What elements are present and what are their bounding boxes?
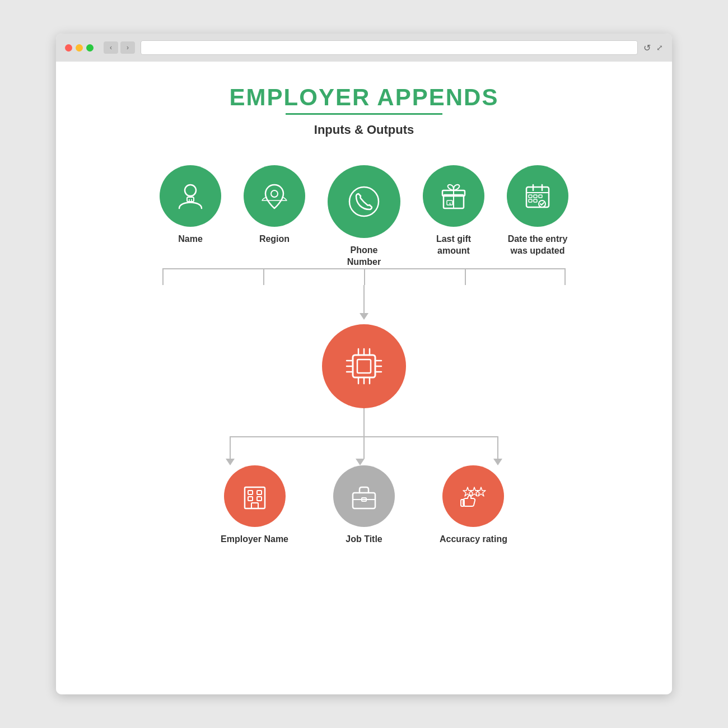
svg-rect-15	[529, 195, 532, 198]
browser-window: ‹ › ↺ ⤢ EMPLOYER APPENDS Inputs & Output…	[56, 34, 672, 694]
main-content: EMPLOYER APPENDS Inputs & Outputs Name	[56, 62, 672, 694]
bottom-connector	[224, 408, 504, 465]
building-icon	[238, 479, 272, 513]
chip-icon	[339, 341, 389, 391]
briefcase-icon	[347, 479, 381, 513]
svg-rect-19	[534, 199, 537, 202]
svg-rect-40	[251, 503, 258, 508]
svg-rect-16	[534, 195, 537, 198]
input-item-phone: PhoneNumber	[328, 165, 400, 268]
employer-label: Employer Name	[221, 534, 288, 545]
address-bar[interactable]	[141, 40, 638, 55]
phone-icon	[345, 183, 383, 221]
region-icon-circle	[244, 165, 305, 227]
date-icon-circle	[507, 165, 568, 227]
expand-button[interactable]: ⤢	[656, 43, 663, 52]
window-controls	[65, 44, 94, 52]
jobtitle-icon-circle	[333, 465, 395, 527]
gift-label: Last giftamount	[436, 234, 471, 257]
stub-gift	[465, 268, 466, 285]
vertical-from-processor	[363, 408, 365, 436]
output-item-jobtitle: Job Title	[333, 465, 395, 545]
phone-label: PhoneNumber	[347, 245, 381, 268]
region-label: Region	[259, 234, 290, 245]
svg-rect-39	[257, 497, 262, 501]
stub-name	[162, 268, 164, 285]
jobtitle-label: Job Title	[346, 534, 382, 545]
svg-marker-46	[477, 487, 486, 496]
person-icon	[174, 179, 207, 213]
browser-toolbar: ‹ › ↺ ⤢	[56, 34, 672, 62]
stub-region	[263, 268, 264, 285]
back-button[interactable]: ‹	[104, 41, 118, 54]
vertical-to-processor	[363, 285, 365, 313]
output-item-employer: Employer Name	[221, 465, 288, 545]
page-title: EMPLOYER APPENDS	[230, 84, 499, 111]
svg-rect-18	[529, 199, 532, 202]
svg-rect-17	[539, 195, 542, 198]
processor-circle	[322, 324, 406, 408]
arrow-employer	[226, 459, 235, 465]
accuracy-label: Accuracy rating	[440, 534, 507, 545]
arrow-accuracy	[493, 459, 502, 465]
svg-rect-22	[357, 360, 371, 373]
input-item-date: Date the entrywas updated	[507, 165, 568, 268]
stub-accuracy	[497, 437, 498, 459]
top-horizontal-line-container	[162, 268, 566, 285]
output-item-accuracy: Accuracy rating	[440, 465, 507, 545]
arrow-jobtitle	[356, 459, 365, 465]
name-icon-circle	[160, 165, 221, 227]
top-connector	[160, 268, 568, 324]
phone-icon-circle	[328, 165, 400, 238]
outputs-row: Employer Name Job Title	[221, 465, 507, 545]
svg-rect-38	[248, 497, 253, 501]
rating-icon	[456, 479, 490, 513]
svg-point-4	[271, 190, 278, 197]
input-item-gift: $ Last giftamount	[423, 165, 484, 268]
svg-rect-37	[257, 491, 262, 494]
date-label: Date the entrywas updated	[508, 234, 568, 257]
stub-date	[564, 268, 566, 285]
accuracy-icon-circle	[442, 465, 504, 527]
location-icon	[258, 179, 291, 213]
svg-rect-36	[248, 491, 253, 494]
svg-point-0	[185, 185, 196, 196]
svg-rect-1	[187, 197, 194, 202]
input-item-region: Region	[244, 165, 305, 268]
name-label: Name	[178, 234, 203, 245]
inputs-row: Name Region	[160, 165, 568, 268]
maximize-dot[interactable]	[86, 44, 94, 52]
stub-jobtitle	[363, 437, 365, 459]
reload-button[interactable]: ↺	[643, 43, 651, 53]
employer-icon-circle	[224, 465, 286, 527]
gift-icon-circle: $	[423, 165, 484, 227]
stub-phone	[364, 268, 365, 285]
svg-rect-21	[353, 355, 375, 377]
forward-button[interactable]: ›	[120, 41, 135, 54]
stub-employer	[230, 437, 231, 459]
output-stubs	[230, 437, 498, 465]
calendar-icon	[521, 179, 554, 213]
close-dot[interactable]	[65, 44, 72, 52]
title-underline	[286, 113, 442, 115]
arrow-to-processor	[360, 313, 368, 320]
minimize-dot[interactable]	[76, 44, 83, 52]
gift-icon: $	[437, 179, 470, 213]
nav-buttons: ‹ ›	[104, 41, 135, 54]
subtitle: Inputs & Outputs	[314, 123, 414, 137]
input-item-name: Name	[160, 165, 221, 268]
